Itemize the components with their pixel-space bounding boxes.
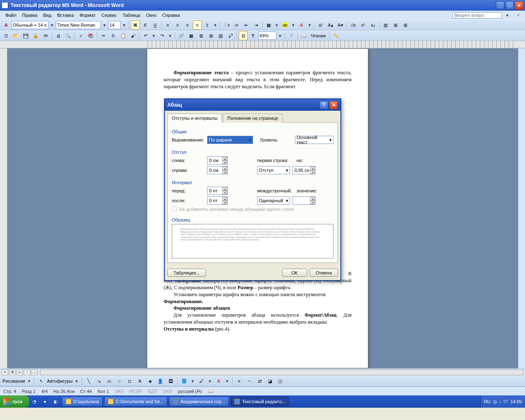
font-color-button[interactable]: A [297,21,306,30]
quick-launch-1[interactable]: ◔ [30,397,39,406]
autoshapes-menu[interactable]: Автофигуры [47,379,73,383]
help-button[interactable]: ? [287,31,296,40]
quick-launch-2[interactable]: ● [41,397,50,406]
print-preview-button[interactable]: 🔍 [64,31,73,40]
reading-layout-icon[interactable]: 📖 [299,31,308,40]
horizontal-scrollbar[interactable] [40,370,523,375]
cut-button[interactable]: ✂ [99,31,108,40]
close-help-button[interactable]: × [514,12,523,18]
tabs-button[interactable]: Табуляция... [167,269,206,277]
tab-indents-spacing[interactable]: Отступы и интервалы [167,114,222,123]
by-spinner[interactable]: ▴▾ [292,166,315,174]
line-spacing-button[interactable]: ‡ [203,21,212,30]
wordart-button[interactable]: A [135,377,144,386]
status-language[interactable]: русский (Ро [178,389,202,394]
at-spinner[interactable]: ▴▾ [292,196,315,205]
rectangle-button[interactable]: ▭ [105,377,114,386]
taskbar-task-2[interactable]: C:\Documents and Se... [104,397,167,406]
menu-edit[interactable]: Правка [19,12,40,18]
font-dropdown[interactable]: ▾ [102,23,107,28]
dialog-help-button[interactable]: ? [320,101,328,110]
menu-window[interactable]: Окно [143,12,160,18]
equation-button[interactable]: √α [349,21,358,30]
menu-format[interactable]: Формат [77,12,98,18]
indent-right-spinner[interactable]: ▴▾ [207,166,228,174]
ask-dropdown[interactable]: ▾ [503,12,511,18]
font-combo[interactable]: Times New Roman [56,21,101,29]
clock[interactable]: 14:05 [510,399,522,404]
menu-table[interactable]: Таблица [120,12,143,18]
font-color-dropdown[interactable]: ▾ [307,23,313,28]
increase-indent-button[interactable]: ⇥ [251,21,260,30]
cancel-button[interactable]: Отмена [310,269,338,277]
reading-view-button[interactable]: 📖 [31,370,38,375]
hyperlink-button[interactable]: 🔗 [177,31,186,40]
permission-button[interactable]: 🔒 [31,31,40,40]
close-button[interactable]: ✕ [515,1,523,10]
alignment-combo[interactable]: По ширине▾ [207,136,253,144]
indent-left-spinner[interactable]: ▴▾ [207,156,228,164]
redo-button[interactable]: ↷ [158,31,167,40]
textbox-button[interactable]: 🗆 [125,377,134,386]
print-view-button[interactable]: ▭ [16,370,23,375]
borders-dropdown[interactable]: ▾ [274,23,280,28]
open-button[interactable]: 📂 [11,31,21,40]
style-combo[interactable]: Обычный + 14 п [11,21,48,29]
menu-view[interactable]: Вид [40,12,54,18]
clipart-button[interactable]: 👤 [156,377,165,386]
quick-launch-3[interactable]: ◐ [51,397,60,406]
minimize-button[interactable]: _ [496,1,504,10]
normal-view-button[interactable]: ≡ [2,370,8,375]
status-trk[interactable]: ИСПР [130,389,142,394]
italic-button[interactable]: К [141,21,150,30]
font-color-draw-dropdown[interactable]: ▾ [224,379,230,384]
document-map-button[interactable]: ⊟ [239,31,248,40]
vertical-scrollbar[interactable] [518,48,525,368]
email-button[interactable]: ✉ [41,31,50,40]
taskbar-task-1[interactable]: D:\шульгина [62,397,103,406]
superscript-button[interactable]: x² [358,21,368,30]
select-objects-button[interactable]: ↖ [37,377,46,386]
tray-icon-2[interactable]: ‹ [500,399,501,404]
styles-pane-icon[interactable]: A [2,21,11,30]
line-spacing-dropdown[interactable]: ▾ [212,23,218,28]
copy-button[interactable]: ⎘ [109,31,118,40]
picture-button[interactable]: 🖼 [166,377,175,386]
tab-page-position[interactable]: Положение на странице [223,114,283,123]
tables-borders-button[interactable]: ▦ [187,31,196,40]
autoshapes-dropdown[interactable]: ▾ [74,379,80,384]
outline-view-button[interactable]: ⋮ [24,370,30,375]
align-justify-button[interactable]: ≡ [193,21,202,30]
first-line-combo[interactable]: Отступ▾ [257,166,290,174]
columns2-button[interactable]: ▥ [216,31,225,40]
highlight-dropdown[interactable]: ▾ [290,23,296,28]
status-ovr[interactable]: ЗАМ [162,389,172,394]
line-style-button[interactable]: ≡ [235,377,244,386]
align-right-button[interactable]: ≡ [183,21,192,30]
subscript-button[interactable]: x₂ [368,21,377,30]
ruler-button[interactable]: 📏 [331,31,340,40]
shrink-font-button[interactable]: A▾ [336,21,345,30]
draw-dropdown[interactable]: ▾ [26,379,32,384]
align-center-button[interactable]: ≡ [173,21,182,30]
tray-icon-3[interactable]: 🛡 [503,399,508,404]
web-view-button[interactable]: ⊞ [9,370,16,375]
dialog-close-button[interactable]: ✕ [329,101,338,110]
spacing-before-spinner[interactable]: ▴▾ [207,187,228,195]
line-color-button[interactable]: 🖊 [197,377,206,386]
align-left-button[interactable]: ≡ [163,21,172,30]
line-button[interactable]: ╲ [84,377,93,386]
print-button[interactable]: 🖨 [54,31,63,40]
size-combo[interactable]: 14 [108,21,121,29]
3d-button[interactable]: ◫ [276,377,285,386]
insert-col-button[interactable]: ⊞ [401,21,410,30]
menu-insert[interactable]: Вставка [54,12,77,18]
spelling-button[interactable]: ✓ [76,31,85,40]
status-rec[interactable]: ЗАП [115,389,124,394]
dash-style-button[interactable]: ┄ [245,377,254,386]
menu-file[interactable]: Файл [2,12,19,18]
diagram-button[interactable]: ◈ [146,377,155,386]
line-color-dropdown[interactable]: ▾ [207,379,213,384]
menu-help[interactable]: Справка [159,12,183,18]
superscript-a1-button[interactable]: a¹ [316,21,325,30]
